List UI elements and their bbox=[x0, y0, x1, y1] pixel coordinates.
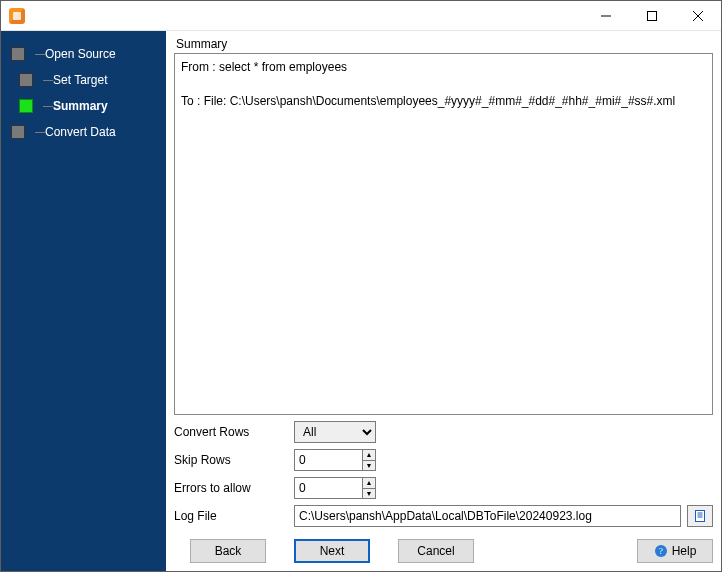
errors-allow-spinner[interactable]: ▲ ▼ bbox=[294, 477, 376, 499]
back-button[interactable]: Back bbox=[190, 539, 266, 563]
summary-from-line: From : select * from employees bbox=[181, 58, 706, 76]
step-marker-icon bbox=[19, 99, 33, 113]
sidebar-item-set-target[interactable]: Set Target bbox=[1, 67, 166, 93]
log-file-browse-button[interactable] bbox=[687, 505, 713, 527]
spinner-up-icon[interactable]: ▲ bbox=[363, 450, 375, 461]
file-icon bbox=[693, 509, 707, 523]
main-panel: Summary From : select * from employees T… bbox=[166, 31, 721, 571]
svg-rect-2 bbox=[648, 11, 657, 20]
skip-rows-label: Skip Rows bbox=[174, 453, 294, 467]
section-title: Summary bbox=[176, 37, 713, 51]
summary-to-line: To : File: C:\Users\pansh\Documents\empl… bbox=[181, 92, 706, 110]
sidebar-item-summary[interactable]: Summary bbox=[1, 93, 166, 119]
minimize-button[interactable] bbox=[583, 1, 629, 31]
summary-textarea[interactable]: From : select * from employees To : File… bbox=[174, 53, 713, 415]
svg-rect-0 bbox=[13, 12, 21, 20]
close-button[interactable] bbox=[675, 1, 721, 31]
wizard-sidebar: Open Source Set Target Summary Convert D… bbox=[1, 31, 166, 571]
svg-rect-5 bbox=[696, 511, 705, 522]
wizard-footer: Back Next Cancel ? Help bbox=[174, 537, 713, 565]
svg-text:?: ? bbox=[659, 546, 663, 556]
sidebar-item-label: Set Target bbox=[53, 73, 107, 87]
errors-allow-input[interactable] bbox=[295, 478, 362, 498]
app-icon bbox=[9, 8, 25, 24]
log-file-label: Log File bbox=[174, 509, 294, 523]
cancel-button[interactable]: Cancel bbox=[398, 539, 474, 563]
sidebar-item-label: Open Source bbox=[45, 47, 116, 61]
spinner-up-icon[interactable]: ▲ bbox=[363, 478, 375, 489]
titlebar bbox=[1, 1, 721, 31]
log-file-input[interactable] bbox=[294, 505, 681, 527]
sidebar-item-open-source[interactable]: Open Source bbox=[1, 41, 166, 67]
convert-rows-select[interactable]: All bbox=[294, 421, 376, 443]
sidebar-item-label: Summary bbox=[53, 99, 108, 113]
step-marker-icon bbox=[19, 73, 33, 87]
skip-rows-input[interactable] bbox=[295, 450, 362, 470]
step-marker-icon bbox=[11, 47, 25, 61]
spinner-down-icon[interactable]: ▼ bbox=[363, 489, 375, 499]
help-icon: ? bbox=[654, 544, 668, 558]
sidebar-item-convert-data[interactable]: Convert Data bbox=[1, 119, 166, 145]
convert-rows-label: Convert Rows bbox=[174, 425, 294, 439]
next-button[interactable]: Next bbox=[294, 539, 370, 563]
step-marker-icon bbox=[11, 125, 25, 139]
spinner-down-icon[interactable]: ▼ bbox=[363, 461, 375, 471]
errors-allow-label: Errors to allow bbox=[174, 481, 294, 495]
help-button[interactable]: ? Help bbox=[637, 539, 713, 563]
skip-rows-spinner[interactable]: ▲ ▼ bbox=[294, 449, 376, 471]
help-button-label: Help bbox=[672, 544, 697, 558]
maximize-button[interactable] bbox=[629, 1, 675, 31]
sidebar-item-label: Convert Data bbox=[45, 125, 116, 139]
app-window: Open Source Set Target Summary Convert D… bbox=[0, 0, 722, 572]
